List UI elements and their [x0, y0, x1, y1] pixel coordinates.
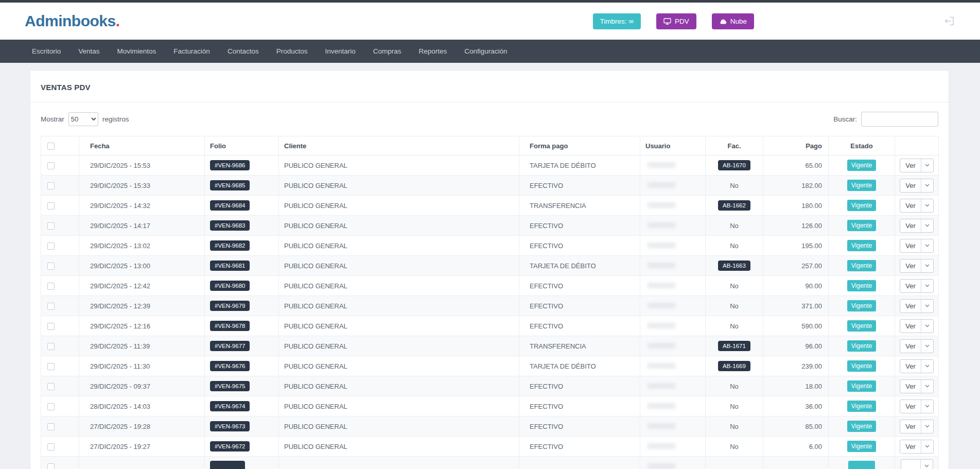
- ver-button[interactable]: Ver: [900, 279, 934, 293]
- ver-dropdown-toggle[interactable]: [921, 179, 933, 192]
- ver-button[interactable]: Ver: [900, 440, 934, 454]
- ver-dropdown-toggle[interactable]: [921, 440, 933, 453]
- ver-dropdown-toggle[interactable]: [921, 460, 933, 469]
- row-checkbox[interactable]: [47, 263, 55, 270]
- ver-button-label[interactable]: Ver: [900, 340, 921, 353]
- ver-button-label[interactable]: Ver: [900, 259, 921, 272]
- ver-button-label[interactable]: Ver: [900, 159, 921, 172]
- ver-button[interactable]: Ver: [900, 359, 934, 373]
- row-checkbox[interactable]: [47, 303, 55, 310]
- row-checkbox[interactable]: [47, 403, 55, 410]
- logout-icon[interactable]: [943, 15, 955, 27]
- ver-button[interactable]: Ver: [900, 199, 934, 213]
- timbres-button[interactable]: Timbres: ∞: [593, 13, 641, 29]
- ver-button-label[interactable]: Ver: [900, 440, 921, 453]
- row-checkbox[interactable]: [47, 423, 55, 430]
- page-size-select[interactable]: 50: [68, 112, 98, 126]
- ver-button[interactable]: Ver: [900, 299, 934, 313]
- nav-item-inventario[interactable]: Inventario: [316, 40, 364, 63]
- ver-button-label[interactable]: Ver: [900, 420, 921, 433]
- ver-button-label[interactable]: [901, 460, 921, 469]
- ver-dropdown-toggle[interactable]: [921, 360, 933, 373]
- ver-dropdown-toggle[interactable]: [921, 300, 933, 312]
- ver-dropdown-toggle[interactable]: [921, 219, 933, 232]
- pdv-button[interactable]: PDV: [656, 13, 696, 29]
- ver-dropdown-toggle[interactable]: [921, 239, 933, 252]
- ver-button[interactable]: [901, 459, 933, 469]
- ver-button-label[interactable]: Ver: [900, 400, 921, 413]
- row-checkbox[interactable]: [47, 202, 55, 210]
- col-header-estado[interactable]: Estado: [829, 136, 895, 155]
- brand-logo[interactable]: Adminbooks.: [25, 12, 120, 30]
- nav-item-contactos[interactable]: Contactos: [219, 40, 268, 63]
- row-checkbox[interactable]: [47, 343, 55, 350]
- row-checkbox[interactable]: [47, 162, 55, 169]
- col-header-pago[interactable]: Pago: [763, 136, 829, 155]
- ver-button[interactable]: Ver: [900, 399, 934, 413]
- ver-button-label[interactable]: Ver: [900, 280, 921, 292]
- folio-badge[interactable]: #VEN-9674: [210, 401, 250, 411]
- ver-button[interactable]: Ver: [900, 379, 934, 393]
- folio-badge[interactable]: #VEN-9686: [210, 160, 250, 170]
- folio-badge[interactable]: #VEN-9684: [210, 200, 250, 211]
- nav-item-configuracion[interactable]: Configuración: [456, 40, 516, 63]
- nav-item-reportes[interactable]: Reportes: [410, 40, 456, 63]
- folio-badge[interactable]: #VEN-9683: [210, 220, 250, 231]
- col-header-forma-pago[interactable]: Forma pago: [519, 136, 640, 155]
- col-header-fac[interactable]: Fac.: [706, 136, 763, 155]
- row-checkbox[interactable]: [47, 443, 55, 450]
- ver-button-label[interactable]: Ver: [900, 219, 921, 232]
- col-header-fecha[interactable]: Fecha: [79, 136, 205, 155]
- ver-dropdown-toggle[interactable]: [921, 380, 933, 393]
- row-checkbox[interactable]: [47, 383, 55, 390]
- ver-button[interactable]: Ver: [900, 179, 934, 193]
- folio-badge[interactable]: #VEN-9681: [210, 260, 250, 271]
- ver-button-label[interactable]: Ver: [900, 300, 921, 312]
- ver-button[interactable]: Ver: [900, 259, 934, 273]
- ver-button[interactable]: Ver: [900, 159, 934, 172]
- ver-button-label[interactable]: Ver: [900, 380, 921, 393]
- ver-dropdown-toggle[interactable]: [921, 340, 933, 353]
- folio-badge[interactable]: #VEN-9680: [210, 281, 250, 291]
- search-input[interactable]: [861, 112, 938, 127]
- folio-badge[interactable]: [210, 461, 245, 469]
- ver-button[interactable]: Ver: [900, 239, 934, 253]
- ver-button-label[interactable]: Ver: [900, 239, 921, 252]
- ver-dropdown-toggle[interactable]: [921, 259, 933, 272]
- folio-badge[interactable]: #VEN-9675: [210, 381, 250, 391]
- ver-button-label[interactable]: Ver: [900, 360, 921, 373]
- nav-item-ventas[interactable]: Ventas: [69, 40, 108, 63]
- nav-item-productos[interactable]: Productos: [268, 40, 317, 63]
- col-header-usuario[interactable]: Usuario: [640, 136, 706, 155]
- folio-badge[interactable]: #VEN-9679: [210, 301, 250, 311]
- nube-button[interactable]: Nube: [712, 13, 754, 29]
- ver-button-label[interactable]: Ver: [900, 320, 921, 333]
- ver-dropdown-toggle[interactable]: [921, 280, 933, 292]
- row-checkbox[interactable]: [47, 222, 55, 230]
- nav-item-compras[interactable]: Compras: [364, 40, 410, 63]
- folio-badge[interactable]: #VEN-9673: [210, 421, 250, 431]
- folio-badge[interactable]: #VEN-9678: [210, 321, 250, 331]
- row-checkbox[interactable]: [47, 283, 55, 290]
- ver-button[interactable]: Ver: [900, 219, 934, 233]
- row-checkbox[interactable]: [47, 363, 55, 370]
- ver-dropdown-toggle[interactable]: [921, 320, 933, 333]
- folio-badge[interactable]: #VEN-9682: [210, 240, 250, 251]
- ver-button[interactable]: Ver: [900, 319, 934, 333]
- nav-item-movimientos[interactable]: Movimientos: [109, 40, 165, 63]
- select-all-checkbox[interactable]: [47, 143, 55, 150]
- col-header-folio[interactable]: Folio: [205, 136, 279, 155]
- nav-item-facturacion[interactable]: Facturación: [165, 40, 219, 63]
- folio-badge[interactable]: #VEN-9676: [210, 361, 250, 371]
- row-checkbox[interactable]: [47, 242, 55, 250]
- ver-button-label[interactable]: Ver: [900, 179, 921, 192]
- ver-dropdown-toggle[interactable]: [921, 420, 933, 433]
- col-header-cliente[interactable]: Cliente: [279, 136, 519, 155]
- folio-badge[interactable]: #VEN-9685: [210, 180, 250, 190]
- ver-button[interactable]: Ver: [900, 420, 934, 433]
- ver-dropdown-toggle[interactable]: [921, 159, 933, 172]
- ver-button-label[interactable]: Ver: [900, 199, 921, 212]
- folio-badge[interactable]: #VEN-9672: [210, 441, 250, 451]
- ver-button[interactable]: Ver: [900, 339, 934, 353]
- row-checkbox[interactable]: [47, 323, 55, 330]
